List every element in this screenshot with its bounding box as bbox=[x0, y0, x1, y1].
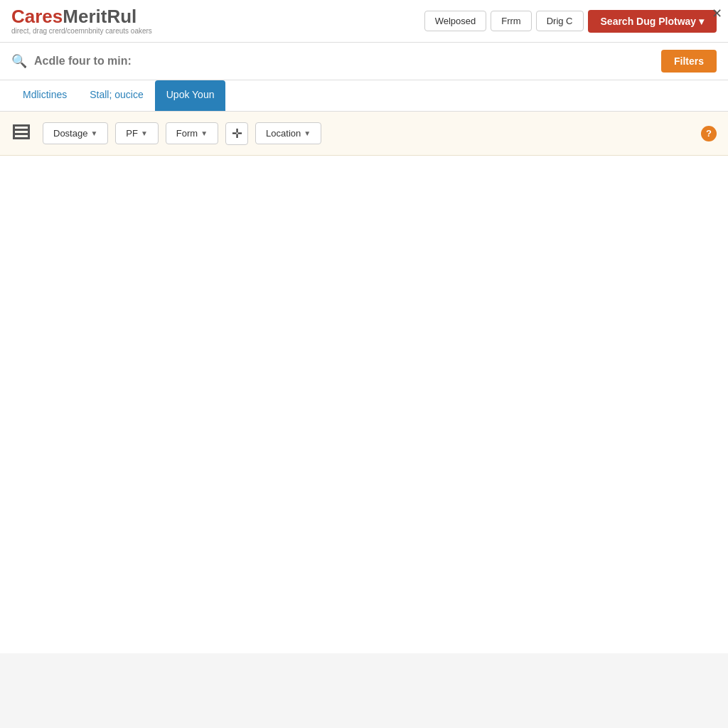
filter-table-icon bbox=[11, 122, 31, 145]
logo-area: CaresMeritRul direct, drag crerd/coemnbn… bbox=[11, 7, 152, 35]
dosage-dropdown-arrow: ▼ bbox=[90, 129, 97, 137]
logo-text: CaresMeritRul bbox=[11, 7, 152, 26]
location-label: Location bbox=[266, 128, 301, 139]
search-bar: 🔍 Filters bbox=[0, 43, 728, 80]
drig-c-button[interactable]: Drig C bbox=[536, 11, 584, 31]
help-icon[interactable]: ? bbox=[701, 126, 717, 141]
svg-rect-3 bbox=[13, 137, 30, 139]
form-dropdown-arrow: ▼ bbox=[200, 129, 208, 137]
svg-rect-2 bbox=[13, 133, 30, 135]
tab-mdlictines[interactable]: Mdlictines bbox=[11, 80, 78, 111]
form-label: Form bbox=[176, 128, 198, 139]
dosage-filter-button[interactable]: Dostage ▼ bbox=[43, 122, 108, 144]
dosage-label: Dostage bbox=[53, 128, 87, 139]
main-content bbox=[0, 156, 728, 653]
location-filter-button[interactable]: Location ▼ bbox=[255, 122, 321, 144]
welposed-button[interactable]: Welposed bbox=[424, 11, 487, 31]
header: CaresMeritRul direct, drag crerd/coemnbn… bbox=[0, 0, 728, 43]
search-icon: 🔍 bbox=[11, 53, 27, 69]
filter-row: Dostage ▼ PF ▼ Form ▼ ✛ Location ▼ ? bbox=[0, 112, 728, 156]
tab-stall-oucice[interactable]: Stall; oucice bbox=[78, 80, 154, 111]
search-drug-button[interactable]: Search Dug Plotway ▾ bbox=[588, 10, 717, 33]
logo-cares: Cares bbox=[11, 6, 63, 27]
tab-upok-youn[interactable]: Upok Youn bbox=[155, 80, 226, 111]
filters-button[interactable]: Filters bbox=[661, 50, 717, 73]
add-filter-button[interactable]: ✛ bbox=[225, 122, 248, 145]
svg-rect-4 bbox=[13, 124, 15, 139]
svg-rect-0 bbox=[13, 124, 30, 127]
svg-rect-5 bbox=[28, 124, 30, 139]
pf-dropdown-arrow: ▼ bbox=[141, 129, 148, 137]
frrm-button[interactable]: Frrm bbox=[491, 11, 531, 31]
tabs-bar: Mdlictines Stall; oucice Upok Youn bbox=[0, 80, 728, 112]
pf-filter-button[interactable]: PF ▼ bbox=[115, 122, 159, 144]
close-button[interactable]: ✕ bbox=[712, 6, 722, 21]
svg-rect-1 bbox=[13, 129, 30, 131]
search-input[interactable] bbox=[34, 55, 654, 68]
header-nav: Welposed Frrm Drig C Search Dug Plotway … bbox=[424, 10, 717, 33]
pf-label: PF bbox=[126, 128, 138, 139]
form-filter-button[interactable]: Form ▼ bbox=[166, 122, 218, 144]
location-dropdown-arrow: ▼ bbox=[304, 129, 311, 137]
logo-subtitle: direct, drag crerd/coemnbnity careuts oa… bbox=[11, 27, 152, 35]
logo-meritrul: MeritRul bbox=[63, 6, 136, 27]
